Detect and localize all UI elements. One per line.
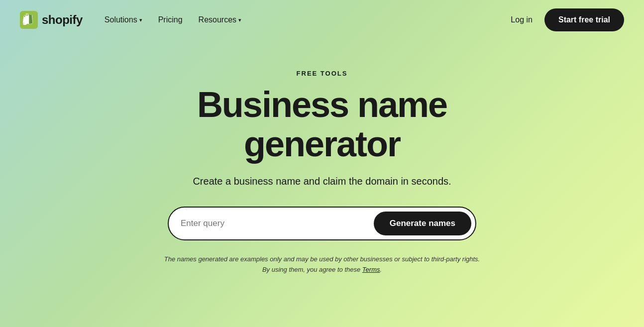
resources-label: Resources [199,15,236,24]
resources-nav-link[interactable]: Resources ▾ [193,11,247,28]
solutions-chevron-icon: ▾ [139,17,142,23]
generate-names-button[interactable]: Generate names [374,212,471,235]
navigation: shopify Solutions ▾ Pricing Resources ▾ … [0,0,644,40]
search-input[interactable] [181,218,374,228]
resources-chevron-icon: ▾ [238,17,241,23]
pricing-label: Pricing [158,15,183,24]
hero-subtitle: Create a business name and claim the dom… [193,174,451,189]
disclaimer-content: The names generated are examples only an… [164,255,480,273]
nav-left: shopify Solutions ▾ Pricing Resources ▾ [20,11,247,29]
nav-right: Log in Start free trial [511,8,624,31]
pricing-nav-link[interactable]: Pricing [152,11,189,28]
terms-link[interactable]: Terms [362,266,380,273]
disclaimer-text: The names generated are examples only an… [163,254,481,275]
eyebrow-label: FREE TOOLS [297,70,348,77]
start-trial-button[interactable]: Start free trial [544,8,624,31]
shopify-logo-icon [20,11,38,29]
search-box: Generate names [168,207,476,240]
nav-links: Solutions ▾ Pricing Resources ▾ [99,11,247,28]
hero-section: FREE TOOLS Business name generator Creat… [0,40,644,275]
logo-text: shopify [42,13,83,27]
solutions-nav-link[interactable]: Solutions ▾ [99,11,148,28]
hero-title: Business name generator [148,85,496,164]
login-link[interactable]: Log in [511,15,533,24]
logo-link[interactable]: shopify [20,11,83,29]
solutions-label: Solutions [105,15,137,24]
